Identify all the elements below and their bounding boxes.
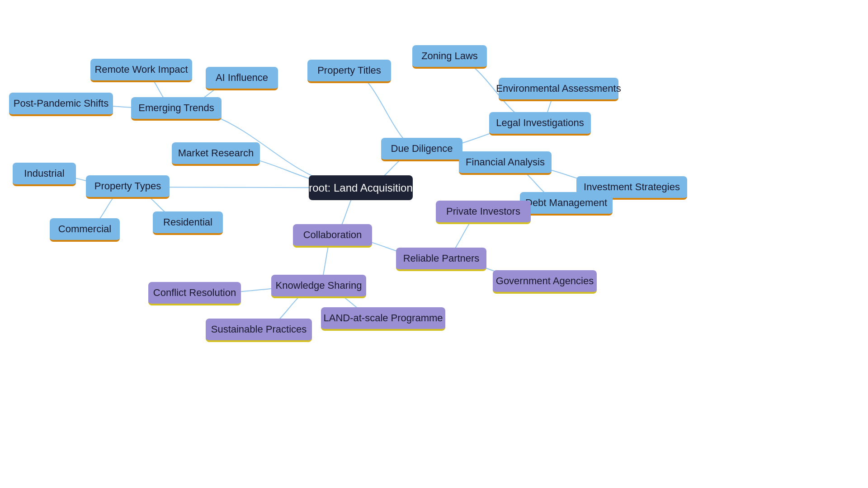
node-root[interactable]: root: Land Acquisition [309,175,413,200]
node-private-investors[interactable]: Private Investors [436,201,531,224]
node-property-types[interactable]: Property Types [86,175,170,199]
node-reliable-partners[interactable]: Reliable Partners [396,248,486,271]
node-market-research[interactable]: Market Research [172,142,260,166]
node-land-at-scale[interactable]: LAND-at-scale Programme [321,307,445,331]
node-residential[interactable]: Residential [153,211,223,235]
node-environmental-assessments[interactable]: Environmental Assessments [499,78,618,101]
node-industrial[interactable]: Industrial [13,163,76,186]
node-conflict-resolution[interactable]: Conflict Resolution [148,282,241,305]
node-collaboration[interactable]: Collaboration [293,224,372,248]
node-knowledge-sharing[interactable]: Knowledge Sharing [271,275,366,298]
node-zoning-laws[interactable]: Zoning Laws [412,45,487,69]
node-post-pandemic-shifts[interactable]: Post-Pandemic Shifts [9,93,113,116]
node-ai-influence[interactable]: AI Influence [206,67,278,90]
node-emerging-trends[interactable]: Emerging Trends [131,97,222,121]
node-property-titles[interactable]: Property Titles [307,60,391,83]
node-financial-analysis[interactable]: Financial Analysis [459,151,552,175]
node-government-agencies[interactable]: Government Agencies [493,270,597,294]
node-due-diligence[interactable]: Due Diligence [381,138,462,161]
node-legal-investigations[interactable]: Legal Investigations [489,112,591,136]
node-commercial[interactable]: Commercial [50,218,120,242]
node-debt-management[interactable]: Debt Management [520,192,613,216]
node-sustainable-practices[interactable]: Sustainable Practices [206,319,312,342]
node-remote-work-impact[interactable]: Remote Work Impact [90,59,192,82]
